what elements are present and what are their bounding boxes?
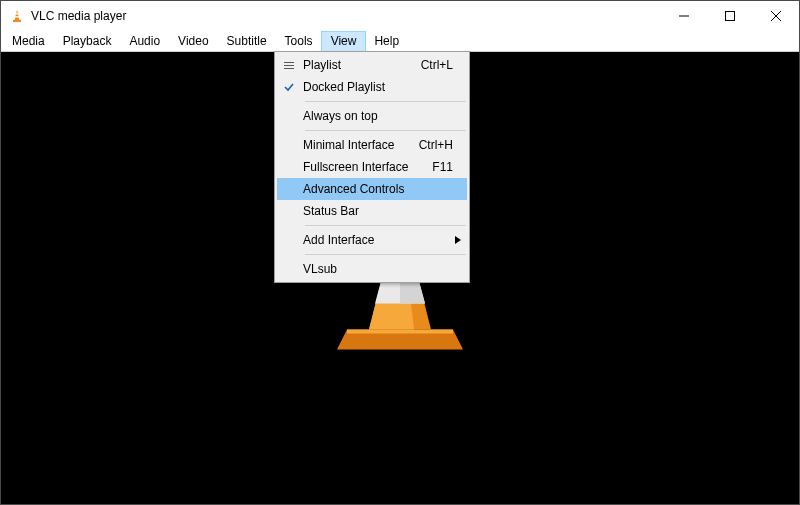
menu-media[interactable]: Media (3, 32, 54, 51)
view-item-fullscreen-interface[interactable]: Fullscreen Interface F11 (277, 156, 467, 178)
view-item-playlist[interactable]: Playlist Ctrl+L (277, 54, 467, 76)
window-title: VLC media player (31, 9, 126, 23)
menu-separator (305, 130, 466, 131)
menu-playback[interactable]: Playback (54, 32, 121, 51)
svg-marker-9 (347, 330, 453, 334)
maximize-button[interactable] (707, 1, 753, 31)
menu-separator (305, 101, 466, 102)
svg-rect-3 (13, 20, 21, 22)
window-controls (661, 1, 799, 31)
svg-rect-2 (15, 16, 19, 17)
menu-audio[interactable]: Audio (120, 32, 169, 51)
view-item-vlsub[interactable]: VLsub (277, 258, 467, 280)
view-item-advanced-controls[interactable]: Advanced Controls (277, 178, 467, 200)
titlebar: VLC media player (1, 1, 799, 31)
menu-subtitle[interactable]: Subtitle (218, 32, 276, 51)
menu-tools[interactable]: Tools (276, 32, 322, 51)
view-item-minimal-interface[interactable]: Minimal Interface Ctrl+H (277, 134, 467, 156)
checkmark-icon (277, 81, 301, 93)
app-icon-cone (9, 8, 25, 24)
svg-rect-5 (726, 12, 735, 21)
svg-rect-1 (15, 13, 18, 14)
menubar: Media Playback Audio Video Subtitle Tool… (1, 31, 799, 52)
svg-marker-16 (455, 236, 461, 244)
view-item-always-on-top[interactable]: Always on top (277, 105, 467, 127)
view-item-docked-playlist[interactable]: Docked Playlist (277, 76, 467, 98)
menu-separator (305, 254, 466, 255)
view-item-add-interface[interactable]: Add Interface (277, 229, 467, 251)
menu-separator (305, 225, 466, 226)
menu-view[interactable]: View (322, 32, 366, 51)
menu-video[interactable]: Video (169, 32, 217, 51)
view-item-status-bar[interactable]: Status Bar (277, 200, 467, 222)
close-button[interactable] (753, 1, 799, 31)
submenu-arrow-icon (455, 233, 461, 247)
minimize-button[interactable] (661, 1, 707, 31)
app-window: VLC media player Media Playback Audio Vi… (0, 0, 800, 505)
view-dropdown: Playlist Ctrl+L Docked Playlist Always o… (274, 51, 470, 283)
svg-marker-0 (15, 10, 20, 20)
menu-help[interactable]: Help (365, 32, 408, 51)
svg-marker-15 (400, 282, 425, 304)
list-icon (277, 62, 301, 69)
